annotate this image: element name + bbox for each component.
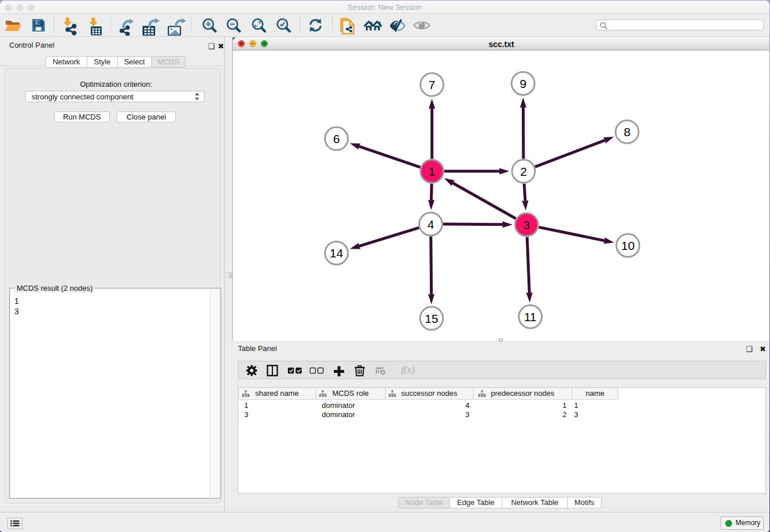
- svg-text:8: 8: [623, 125, 630, 138]
- svg-text:1: 1: [429, 165, 436, 178]
- svg-text:2: 2: [520, 165, 527, 178]
- svg-text:3: 3: [523, 218, 530, 232]
- svg-text:11: 11: [524, 310, 537, 323]
- svg-text:7: 7: [429, 78, 436, 91]
- svg-text:9: 9: [519, 77, 526, 90]
- svg-text:15: 15: [425, 312, 438, 325]
- svg-text:14: 14: [330, 246, 344, 260]
- svg-text:4: 4: [428, 218, 434, 231]
- svg-text:10: 10: [621, 239, 634, 252]
- svg-text:6: 6: [333, 132, 340, 145]
